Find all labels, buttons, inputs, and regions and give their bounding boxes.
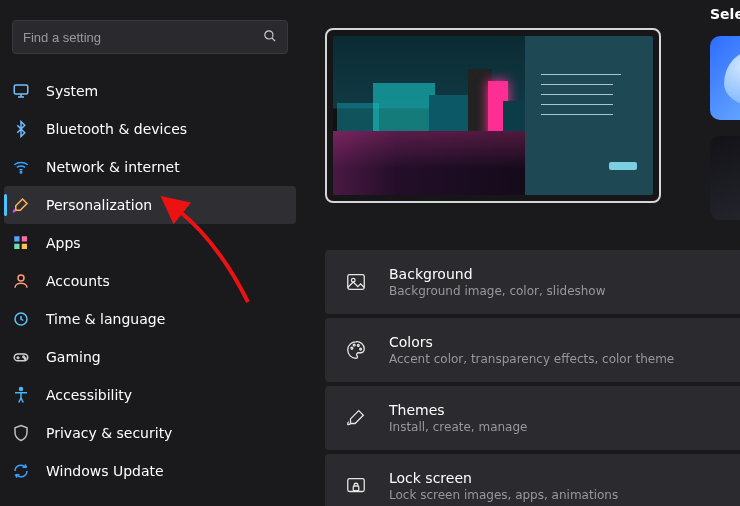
sidebar-item-label: System: [46, 83, 98, 99]
sidebar-item-label: Accounts: [46, 273, 110, 289]
clock-icon: [12, 310, 30, 328]
card-title: Lock screen: [389, 470, 618, 486]
svg-point-5: [20, 172, 22, 174]
sidebar-item-label: Time & language: [46, 311, 165, 327]
sidebar-item-label: Gaming: [46, 349, 101, 365]
sidebar-item-label: Personalization: [46, 197, 152, 213]
update-icon: [12, 462, 30, 480]
theme-select-heading: Select: [710, 6, 740, 22]
settings-sidebar: System Bluetooth & devices Network & int…: [0, 0, 300, 490]
brush-icon: [345, 407, 367, 429]
shield-icon: [12, 424, 30, 442]
accessibility-icon: [12, 386, 30, 404]
svg-point-23: [360, 348, 362, 350]
sidebar-item-label: Accessibility: [46, 387, 132, 403]
personalization-settings-list: Background Background image, color, slid…: [325, 250, 740, 506]
sidebar-item-label: Privacy & security: [46, 425, 172, 441]
sidebar-item-label: Bluetooth & devices: [46, 121, 187, 137]
palette-icon: [345, 339, 367, 361]
sidebar-item-label: Network & internet: [46, 159, 180, 175]
sidebar-item-system[interactable]: System: [4, 72, 296, 110]
svg-rect-6: [14, 236, 19, 241]
desktop-preview[interactable]: [325, 28, 661, 203]
card-subtitle: Lock screen images, apps, animations: [389, 488, 618, 502]
sidebar-item-accounts[interactable]: Accounts: [4, 262, 296, 300]
search-input[interactable]: [23, 30, 262, 45]
svg-point-17: [20, 388, 23, 391]
apps-icon: [12, 234, 30, 252]
svg-rect-8: [14, 244, 19, 249]
wifi-icon: [12, 158, 30, 176]
svg-point-16: [24, 358, 26, 360]
svg-point-15: [23, 356, 25, 358]
image-icon: [345, 271, 367, 293]
bluetooth-icon: [12, 120, 30, 138]
system-icon: [12, 82, 30, 100]
card-title: Background: [389, 266, 606, 282]
sidebar-item-apps[interactable]: Apps: [4, 224, 296, 262]
sidebar-item-bluetooth[interactable]: Bluetooth & devices: [4, 110, 296, 148]
svg-point-22: [357, 345, 359, 347]
svg-point-20: [351, 347, 353, 349]
svg-rect-9: [22, 244, 27, 249]
card-subtitle: Background image, color, slideshow: [389, 284, 606, 298]
svg-point-21: [353, 344, 355, 346]
sidebar-item-update[interactable]: Windows Update: [4, 452, 296, 490]
svg-line-1: [272, 38, 275, 41]
svg-rect-7: [22, 236, 27, 241]
sidebar-item-label: Apps: [46, 235, 81, 251]
theme-thumbnail-2[interactable]: [710, 136, 740, 220]
svg-rect-2: [14, 85, 28, 94]
sidebar-item-label: Windows Update: [46, 463, 164, 479]
sidebar-item-personalization[interactable]: Personalization: [4, 186, 296, 224]
sidebar-item-privacy[interactable]: Privacy & security: [4, 414, 296, 452]
svg-rect-25: [353, 486, 359, 491]
search-input-wrap[interactable]: [12, 20, 288, 54]
gamepad-icon: [12, 348, 30, 366]
card-themes[interactable]: Themes Install, create, manage: [325, 386, 740, 450]
sidebar-item-accessibility[interactable]: Accessibility: [4, 376, 296, 414]
svg-rect-24: [348, 479, 365, 492]
svg-rect-18: [348, 275, 365, 290]
card-title: Themes: [389, 402, 527, 418]
svg-point-0: [265, 30, 273, 38]
card-subtitle: Install, create, manage: [389, 420, 527, 434]
accounts-icon: [12, 272, 30, 290]
card-background[interactable]: Background Background image, color, slid…: [325, 250, 740, 314]
search-icon: [262, 28, 277, 47]
card-subtitle: Accent color, transparency effects, colo…: [389, 352, 674, 366]
svg-point-10: [18, 275, 24, 281]
sidebar-item-time[interactable]: Time & language: [4, 300, 296, 338]
card-colors[interactable]: Colors Accent color, transparency effect…: [325, 318, 740, 382]
theme-thumbnail-1[interactable]: [710, 36, 740, 120]
card-lockscreen[interactable]: Lock screen Lock screen images, apps, an…: [325, 454, 740, 506]
sidebar-item-gaming[interactable]: Gaming: [4, 338, 296, 376]
sidebar-item-network[interactable]: Network & internet: [4, 148, 296, 186]
card-title: Colors: [389, 334, 674, 350]
lockscreen-icon: [345, 475, 367, 497]
paintbrush-icon: [12, 196, 30, 214]
desktop-preview-image: [333, 36, 653, 195]
